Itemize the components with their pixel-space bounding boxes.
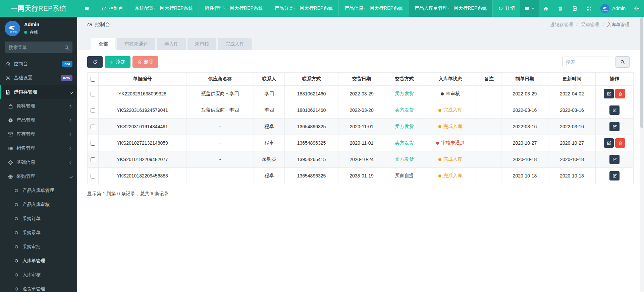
cell-supplier: - [186, 151, 254, 168]
sidebar-subitem[interactable]: 退货单管理 [0, 282, 77, 292]
breadcrumb-item[interactable]: 进销存管理 [550, 22, 573, 28]
fullscreen-button[interactable] [582, 0, 596, 17]
sidebar-item[interactable]: 进销存管理 [0, 85, 77, 99]
edit-row-button[interactable] [604, 138, 614, 148]
delete-row-button[interactable] [615, 89, 625, 98]
row-checkbox[interactable] [91, 157, 95, 162]
home-button[interactable] [539, 0, 553, 17]
filter-tab[interactable]: 待入库 [157, 38, 186, 50]
table-toolbar: 添加 删除 [87, 56, 630, 68]
status-dot [441, 92, 444, 95]
cell-status: 审核未通过 [424, 135, 477, 151]
cell-supplier: - [186, 119, 254, 135]
column-header: 备注 [477, 73, 501, 86]
add-button[interactable]: 添加 [105, 56, 130, 68]
sidebar-user-name: Admin [24, 22, 39, 27]
sidebar-item-label: 采购录单 [22, 230, 41, 236]
filter-tab[interactable]: 全部 [91, 38, 115, 50]
navbar-tab[interactable]: 产品入库单管理-一网天行REP系统 [409, 0, 492, 17]
sidebar-toggle-button[interactable] [77, 0, 96, 17]
row-checkbox[interactable] [91, 108, 95, 113]
status-label: 完成入库 [443, 124, 462, 130]
navbar-tab[interactable]: 产品信息-一网天行REP系统 [338, 0, 408, 17]
trash-button[interactable] [553, 0, 568, 17]
status-dot [438, 174, 441, 177]
search-button[interactable] [615, 56, 630, 68]
refresh-icon [93, 60, 97, 64]
product-icon: P [7, 118, 13, 123]
user-menu[interactable]: 一网天行 Admin [596, 0, 630, 17]
scrollbar[interactable] [640, 17, 644, 292]
navbar-tab-label: 产品分类-一网天行REP系统 [275, 5, 333, 11]
refresh-button[interactable] [87, 56, 103, 68]
scrollbar-thumb[interactable] [640, 17, 643, 128]
edit-row-button[interactable] [609, 155, 620, 164]
sidebar-subitem[interactable]: 采购管理 [0, 169, 77, 184]
navbar-tab[interactable]: 系统配置-一网天行REP系统 [129, 0, 199, 17]
menu-badge: new [61, 75, 72, 81]
sidebar-subitem[interactable]: 采购录单 [0, 226, 77, 240]
circle-icon [13, 287, 19, 291]
cell-actions [596, 168, 634, 184]
edit-row-button[interactable] [609, 171, 620, 180]
top-navbar: 一网天行REP系统 控制台系统配置-一网天行REP系统附件管理-一网天行REP系… [0, 0, 644, 17]
chevron-left-icon [70, 161, 73, 164]
sidebar-subitem[interactable]: P产品管理 [0, 113, 77, 127]
delete-button[interactable]: 删除 [132, 56, 158, 68]
filter-tab[interactable]: 完成入库 [218, 38, 252, 50]
scale-icon [7, 174, 13, 179]
navbar-tab[interactable]: 控制台 [96, 0, 129, 17]
filter-tab[interactable]: 审核未通过 [117, 38, 155, 50]
filter-tab[interactable]: 未审核 [187, 38, 216, 50]
list-icon [7, 146, 13, 151]
search-icon[interactable] [64, 45, 69, 50]
sidebar-item[interactable]: 控制台hot [0, 57, 77, 71]
sidebar-search-input[interactable] [5, 42, 72, 53]
cell-delivery-method: 卖方发货 [385, 86, 424, 102]
select-all-checkbox[interactable] [91, 77, 95, 82]
home-icon [543, 6, 548, 11]
sidebar-subitem[interactable]: 采购审批 [0, 240, 77, 254]
sidebar-subitem[interactable]: 基础信息 [0, 155, 77, 169]
sidebar-subitem[interactable]: 库存管理 [0, 127, 77, 141]
cell-delivery-method: 卖方发货 [385, 119, 424, 135]
table-row: YKS2010272132148059-程卓136548963252020-11… [88, 135, 634, 151]
row-checkbox[interactable] [91, 92, 95, 96]
row-checkbox[interactable] [91, 174, 95, 178]
sidebar-item[interactable]: 基础设置new [0, 71, 77, 85]
breadcrumb-item[interactable]: 采购管理 [581, 22, 599, 28]
table-search-input[interactable] [562, 57, 613, 67]
sidebar-subitem[interactable]: 产品入库单管理 [0, 184, 77, 198]
edit-row-button[interactable] [609, 105, 620, 115]
sidebar-subitem[interactable]: 入库单管理 [0, 254, 77, 268]
trash-icon [618, 92, 623, 96]
edit-row-button[interactable] [609, 122, 620, 131]
breadcrumb-item[interactable]: 入库单管理 [607, 22, 630, 28]
cogs-icon [5, 76, 11, 81]
settings-button[interactable] [630, 0, 644, 17]
sidebar-subitem[interactable]: 销售管理 [0, 141, 77, 155]
nav-list-dropdown-button[interactable] [520, 0, 539, 17]
edit-icon [612, 157, 617, 162]
sidebar-subitem[interactable]: 原料管理 [0, 99, 77, 113]
status-dot [438, 125, 441, 128]
sidebar-subitem[interactable]: 入库审核 [0, 268, 77, 282]
user-name-label: Admin [612, 6, 626, 11]
row-checkbox[interactable] [91, 125, 95, 129]
cell-supplier: - [186, 168, 254, 184]
navbar-tab[interactable]: 产品分类-一网天行REP系统 [269, 0, 338, 17]
delete-row-button[interactable] [615, 138, 625, 148]
edit-row-button[interactable] [604, 89, 614, 98]
trash-icon [618, 141, 623, 145]
clear-cache-button[interactable] [568, 0, 582, 17]
navbar-tab[interactable]: 详情 [492, 0, 520, 17]
add-button-label: 添加 [116, 59, 125, 65]
sidebar-item-label: 采购订单 [22, 216, 41, 222]
chevron-down-icon [70, 175, 73, 178]
circle-icon [13, 189, 19, 193]
sidebar-subitem[interactable]: 产品入库审核 [0, 198, 77, 212]
navbar-tab[interactable]: 附件管理-一网天行REP系统 [199, 0, 268, 17]
brand-logo: 一网天行REP系统 [0, 0, 77, 17]
sidebar-subitem[interactable]: 采购订单 [0, 212, 77, 226]
row-checkbox[interactable] [91, 141, 95, 146]
